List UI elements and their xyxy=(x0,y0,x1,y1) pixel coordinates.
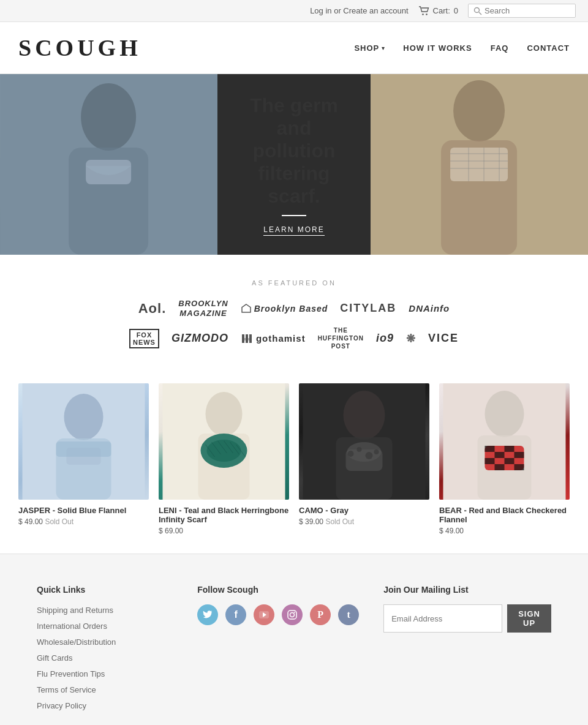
contact-link[interactable]: CONTACT xyxy=(527,43,570,53)
gothamist-icon xyxy=(241,333,254,344)
brooklyn-based-icon xyxy=(241,303,252,314)
product-image-jasper xyxy=(18,383,149,500)
hero-learn-more-link[interactable]: LEARN MORE xyxy=(263,225,324,236)
svg-point-46 xyxy=(366,452,373,459)
list-item: Privacy Policy xyxy=(37,700,173,711)
shipping-returns-link[interactable]: Shipping and Returns xyxy=(37,606,113,615)
site-logo[interactable]: SCOUGH xyxy=(18,34,141,61)
product-price-jasper: $ 49.00 Sold Out xyxy=(18,517,149,526)
social-icons: f P xyxy=(197,604,359,625)
list-item: Flu Prevention Tips xyxy=(37,668,173,679)
svg-point-29 xyxy=(206,392,243,436)
logos-row-1: Aol. BROOKLYNMAGAZINE Brooklyn Based CIT… xyxy=(37,299,551,318)
mailing-form: SIGN UP xyxy=(383,604,551,633)
logo-io9: io9 xyxy=(376,332,394,345)
cart-label: Cart: xyxy=(433,6,450,15)
svg-marker-18 xyxy=(242,304,251,312)
svg-line-3 xyxy=(479,12,481,15)
auth-links: Log in or Create an account xyxy=(310,6,408,15)
svg-point-45 xyxy=(357,447,362,452)
svg-rect-22 xyxy=(242,338,252,340)
svg-point-32 xyxy=(207,440,241,462)
svg-rect-62 xyxy=(288,610,296,619)
hero-headline: The germ and pollution filtering scarf. xyxy=(230,94,358,208)
quick-links-title: Quick Links xyxy=(37,585,173,595)
jasper-product-svg xyxy=(18,383,149,500)
cart-info[interactable]: Cart: 0 xyxy=(418,6,458,16)
camo-product-svg xyxy=(299,383,429,500)
footer-columns: Quick Links Shipping and Returns Interna… xyxy=(37,585,551,716)
svg-rect-59 xyxy=(514,464,524,470)
hero-center-panel: The germ and pollution filtering scarf. … xyxy=(217,74,371,255)
svg-point-63 xyxy=(290,613,295,617)
product-title-bear: BEAR - Red and Black Checkered Flannel xyxy=(439,506,570,524)
svg-rect-55 xyxy=(514,452,524,458)
logo-aol: Aol. xyxy=(138,301,167,317)
product-image-bear xyxy=(439,383,570,500)
email-field[interactable] xyxy=(383,604,502,633)
product-image-camo xyxy=(299,383,429,500)
logo-huffington-post: THEHUFFINGTONPOST xyxy=(318,326,364,350)
svg-rect-56 xyxy=(485,458,495,464)
pinterest-icon[interactable]: P xyxy=(310,604,331,625)
hero-text: The germ and pollution filtering scarf. … xyxy=(230,94,358,235)
facebook-icon[interactable]: f xyxy=(225,604,246,625)
list-item: Terms of Service xyxy=(37,684,173,695)
product-card-camo[interactable]: CAMO - Gray $ 39.00 Sold Out xyxy=(299,383,429,535)
svg-rect-53 xyxy=(505,446,514,452)
search-bar[interactable] xyxy=(468,4,576,18)
terms-link[interactable]: Terms of Service xyxy=(37,685,96,694)
footer: Quick Links Shipping and Returns Interna… xyxy=(0,554,588,725)
svg-point-64 xyxy=(294,612,295,613)
how-it-works-link[interactable]: HOW IT WORKS xyxy=(403,43,472,53)
privacy-link[interactable]: Privacy Policy xyxy=(37,701,86,710)
svg-point-2 xyxy=(475,7,480,12)
svg-rect-54 xyxy=(495,452,505,458)
create-account-link[interactable]: Create an account xyxy=(343,6,408,15)
logo-gizmodo: GIZMODO xyxy=(172,332,228,345)
top-bar: Log in or Create an account Cart: 0 xyxy=(0,0,588,22)
search-input[interactable] xyxy=(484,6,570,15)
login-link[interactable]: Log in xyxy=(310,6,331,15)
instagram-icon[interactable] xyxy=(282,604,303,625)
product-title-jasper: JASPER - Solid Blue Flannel xyxy=(18,506,149,515)
quick-links-list: Shipping and Returns International Order… xyxy=(37,604,173,711)
faq-link[interactable]: FAQ xyxy=(491,43,509,53)
international-orders-link[interactable]: International Orders xyxy=(37,622,107,631)
shop-nav-item[interactable]: SHOP ▾ xyxy=(354,43,385,53)
featured-label: AS FEATURED ON xyxy=(37,279,551,287)
twitter-icon[interactable] xyxy=(197,604,218,625)
svg-rect-52 xyxy=(485,446,495,452)
svg-rect-27 xyxy=(56,441,111,457)
logo-fox-news: FOXNEWS xyxy=(129,329,159,348)
product-card-jasper[interactable]: JASPER - Solid Blue Flannel $ 49.00 Sold… xyxy=(18,383,149,535)
cart-icon xyxy=(418,6,429,16)
svg-point-0 xyxy=(422,13,424,15)
featured-section: AS FEATURED ON Aol. BROOKLYNMAGAZINE Bro… xyxy=(0,255,588,377)
flu-prevention-link[interactable]: Flu Prevention Tips xyxy=(37,669,105,678)
hero-right-panel xyxy=(371,74,588,255)
footer-quick-links: Quick Links Shipping and Returns Interna… xyxy=(37,585,173,716)
svg-rect-57 xyxy=(505,458,514,464)
signup-button[interactable]: SIGN UP xyxy=(507,604,551,633)
product-image-leni xyxy=(159,383,289,500)
hero-banner: The germ and pollution filtering scarf. … xyxy=(0,74,588,255)
svg-point-24 xyxy=(64,394,104,440)
footer-mailing: Join Our Mailing List SIGN UP xyxy=(383,585,551,716)
svg-point-40 xyxy=(344,391,385,440)
svg-point-9 xyxy=(453,80,505,141)
svg-point-1 xyxy=(426,13,428,15)
youtube-play-icon xyxy=(259,611,269,618)
tumblr-icon[interactable]: t xyxy=(338,604,359,625)
product-card-bear[interactable]: BEAR - Red and Black Checkered Flannel $… xyxy=(439,383,570,535)
youtube-icon[interactable] xyxy=(254,604,274,625)
shop-link[interactable]: SHOP xyxy=(354,43,379,53)
product-card-leni[interactable]: LENI - Teal and Black Herringbone Infini… xyxy=(159,383,289,535)
svg-point-44 xyxy=(348,451,354,457)
hero-left-panel xyxy=(0,74,217,255)
mailing-title: Join Our Mailing List xyxy=(383,585,551,595)
gift-cards-link[interactable]: Gift Cards xyxy=(37,653,73,663)
products-grid: JASPER - Solid Blue Flannel $ 49.00 Sold… xyxy=(0,377,588,554)
wholesale-link[interactable]: Wholesale/Distribution xyxy=(37,637,116,647)
svg-point-47 xyxy=(374,449,379,454)
